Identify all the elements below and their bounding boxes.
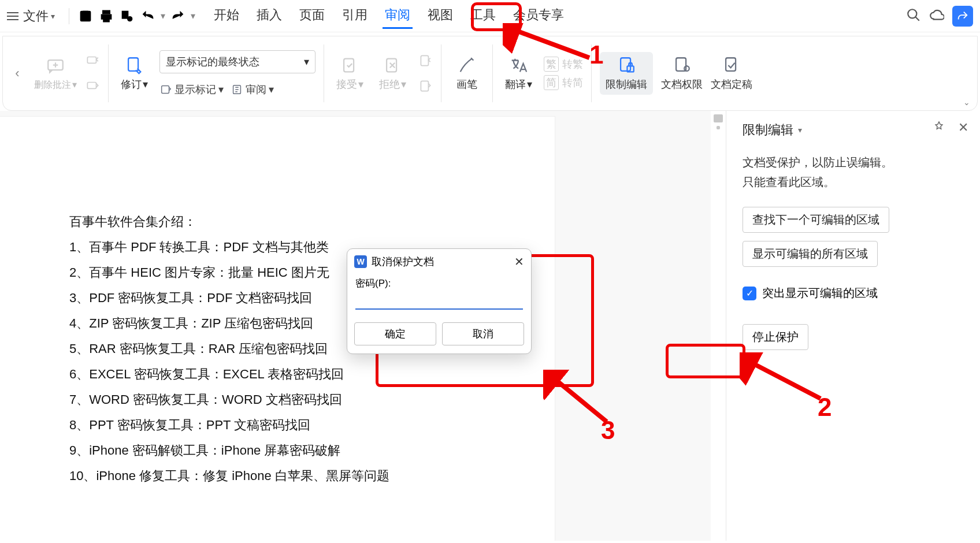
to-simplified-button: 简 转简 xyxy=(544,75,583,90)
annotation-number-2: 2 xyxy=(818,393,831,422)
group-track: 修订▾ 显示标记的最终状态 ▾ 显示标记▾ 审阅▾ xyxy=(109,41,324,106)
tab-insert[interactable]: 插入 xyxy=(254,3,284,29)
chevron-down-icon: ▾ xyxy=(304,55,309,68)
print-icon[interactable] xyxy=(98,8,114,24)
preview-icon[interactable] xyxy=(119,8,135,24)
share-button[interactable] xyxy=(952,6,973,27)
doc-line: 10、iPhone 修复工具：修复 iPhone 白苹果、黑屏等问题 xyxy=(69,463,520,489)
doc-title: 百事牛软件合集介绍： xyxy=(69,209,520,235)
group-protect: 限制编辑 文档权限 文档定稿 xyxy=(592,41,760,106)
highlight-editable-label: 突出显示可编辑的区域 xyxy=(762,285,878,301)
find-next-editable-button[interactable]: 查找下一个可编辑的区域 xyxy=(743,207,889,233)
tab-view[interactable]: 视图 xyxy=(425,3,455,29)
delete-comments-label[interactable]: 删除批注▾ xyxy=(34,79,77,91)
annotation-arrow-1 xyxy=(503,23,595,64)
annotation-arrow-2 xyxy=(740,352,826,404)
group-changes: 接受▾ 拒绝▾ xyxy=(324,41,441,106)
next-change-icon xyxy=(418,79,433,94)
close-icon[interactable]: ✕ xyxy=(958,120,968,135)
word-app-icon: W xyxy=(354,255,367,268)
tab-reference[interactable]: 引用 xyxy=(340,3,370,29)
svg-rect-10 xyxy=(128,58,138,71)
svg-rect-15 xyxy=(421,55,428,65)
undo-icon[interactable] xyxy=(140,8,156,24)
stop-protection-button[interactable]: 停止保护 xyxy=(743,324,808,350)
svg-line-23 xyxy=(511,29,589,58)
doc-final-button[interactable]: 文档定稿 xyxy=(711,55,752,91)
markup-state-label: 显示标记的最终状态 xyxy=(166,55,259,69)
separator xyxy=(69,8,69,24)
accept-button: 接受▾ xyxy=(332,55,367,91)
svg-rect-13 xyxy=(344,59,354,72)
svg-point-20 xyxy=(684,66,689,71)
svg-rect-16 xyxy=(421,81,428,91)
doc-permission-button[interactable]: 文档权限 xyxy=(661,55,703,91)
markup-state-select[interactable]: 显示标记的最终状态 ▾ xyxy=(159,50,315,73)
prev-change-icon xyxy=(418,53,433,68)
doc-line: 7、WORD 密码恢复工具：WORD 文档密码找回 xyxy=(69,387,520,412)
search-icon[interactable] xyxy=(906,8,921,25)
doc-line: 6、EXCEL 密码恢复工具：EXCEL 表格密码找回 xyxy=(69,362,520,387)
reject-button: 拒绝▾ xyxy=(375,55,410,91)
tab-start[interactable]: 开始 xyxy=(211,3,242,29)
dialog-cancel-button[interactable]: 取消 xyxy=(442,322,524,345)
ribbon-toolbar: ‹ 删除批注▾ 修订▾ 显示标记的最终状态 ▾ xyxy=(2,36,978,111)
redo-icon[interactable] xyxy=(170,8,186,24)
chevron-down-icon[interactable]: ▾ xyxy=(798,125,802,135)
redo-chevron[interactable]: ▾ xyxy=(191,10,195,21)
prev-comment-icon xyxy=(85,53,100,68)
highlight-editable-checkbox[interactable]: ✓ 突出显示可编辑的区域 xyxy=(743,285,964,301)
hamburger-icon[interactable] xyxy=(7,12,18,20)
review-pane-button[interactable]: 审阅▾ xyxy=(231,83,274,96)
new-comment-button xyxy=(38,56,73,76)
svg-point-6 xyxy=(908,9,916,18)
ribbon-corner-icon[interactable]: ⌄ xyxy=(963,98,970,107)
restrict-edit-panel: 限制编辑 ▾ ✕ 文档受保护，以防止误编辑。 只能查看此区域。 查找下一个可编辑… xyxy=(726,111,980,541)
svg-rect-8 xyxy=(87,57,96,64)
svg-line-27 xyxy=(552,377,607,422)
show-all-editable-button[interactable]: 显示可编辑的所有区域 xyxy=(743,241,878,267)
svg-line-25 xyxy=(748,361,821,399)
group-comments: 删除批注▾ xyxy=(26,41,108,106)
cloud-icon[interactable] xyxy=(929,8,944,25)
dialog-title: 取消保护文档 xyxy=(372,255,434,269)
annotation-number-3: 3 xyxy=(601,416,615,445)
password-input[interactable] xyxy=(355,292,523,310)
dialog-close-icon[interactable]: ✕ xyxy=(514,255,524,269)
pen-button[interactable]: 画笔 xyxy=(450,55,484,91)
checkbox-checked-icon: ✓ xyxy=(743,287,756,300)
restrict-edit-button[interactable]: 限制编辑 xyxy=(600,52,653,95)
svg-point-5 xyxy=(127,16,132,21)
panel-title: 限制编辑 xyxy=(743,121,793,139)
tab-page[interactable]: 页面 xyxy=(297,3,327,29)
doc-line: 9、iPhone 密码解锁工具：iPhone 屏幕密码破解 xyxy=(69,438,520,463)
tab-review[interactable]: 审阅 xyxy=(383,3,413,29)
password-label: 密码(P): xyxy=(355,277,523,290)
tab-tools[interactable]: 工具 xyxy=(468,3,498,29)
ribbon-collapse-handle[interactable]: ‹ xyxy=(9,41,26,106)
menu-right-icons xyxy=(906,6,973,27)
next-comment-icon xyxy=(85,79,100,94)
panel-description: 文档受保护，以防止误编辑。 只能查看此区域。 xyxy=(743,153,964,192)
group-pen: 画笔 xyxy=(441,41,492,106)
svg-rect-1 xyxy=(102,10,110,14)
show-markup-button[interactable]: 显示标记▾ xyxy=(159,83,224,96)
svg-rect-11 xyxy=(162,86,169,94)
svg-rect-3 xyxy=(103,18,110,22)
file-menu[interactable]: 文件 ▾ xyxy=(23,8,55,25)
undo-chevron[interactable]: ▾ xyxy=(161,10,165,21)
svg-rect-9 xyxy=(87,83,96,89)
pin-icon[interactable] xyxy=(933,120,945,135)
chevron-down-icon: ▾ xyxy=(51,12,55,21)
file-menu-label: 文件 xyxy=(23,8,49,25)
save-icon[interactable] xyxy=(77,8,94,24)
unprotect-dialog: W 取消保护文档 ✕ 密码(P): 确定 取消 xyxy=(347,248,532,354)
dialog-ok-button[interactable]: 确定 xyxy=(354,322,436,345)
menu-bar: 文件 ▾ ▾ ▾ 开始 插入 页面 引用 审阅 视图 工具 会员专享 xyxy=(0,0,980,32)
track-options: 显示标记的最终状态 ▾ 显示标记▾ 审阅▾ xyxy=(159,50,315,96)
doc-line: 8、PPT 密码恢复工具：PPT 文稿密码找回 xyxy=(69,412,520,438)
annotation-number-1: 1 xyxy=(589,40,603,69)
scroll-gutter[interactable] xyxy=(711,111,726,541)
track-changes-button[interactable]: 修订▾ xyxy=(117,55,151,91)
